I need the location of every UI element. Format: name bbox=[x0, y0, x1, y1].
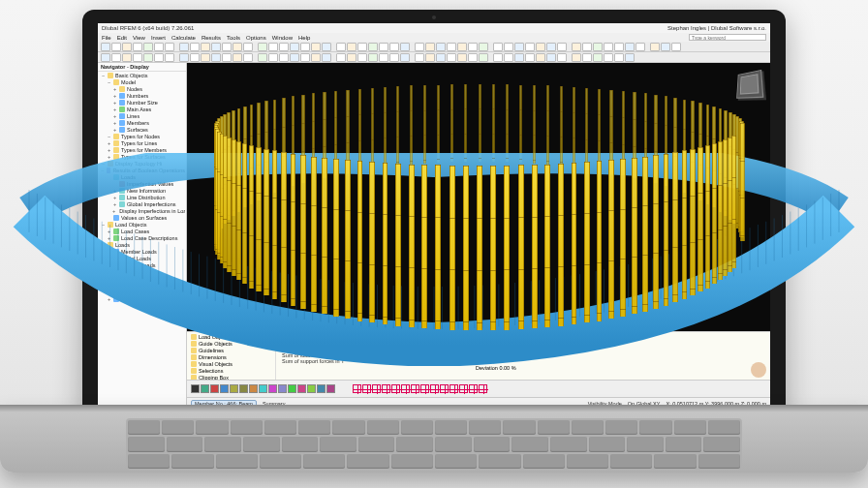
toolbar-button[interactable] bbox=[143, 43, 153, 51]
toolbar-button[interactable] bbox=[400, 43, 410, 51]
toolbar-button[interactable] bbox=[650, 43, 660, 51]
navigator-panel[interactable]: Navigator - Display −Basic Objects−Model… bbox=[98, 63, 187, 409]
toolbar-button[interactable] bbox=[604, 53, 613, 62]
toolbar-button[interactable] bbox=[425, 43, 435, 51]
toolbar-button[interactable] bbox=[290, 53, 299, 62]
edit-handle[interactable] bbox=[411, 384, 419, 393]
tree-item[interactable]: +Number Size bbox=[110, 99, 185, 106]
edit-handle[interactable] bbox=[430, 384, 439, 393]
edit-handle[interactable] bbox=[353, 384, 361, 393]
menu-results[interactable]: Results bbox=[202, 35, 221, 41]
toolbar-button[interactable] bbox=[614, 43, 624, 51]
toolbar-button[interactable] bbox=[101, 53, 110, 62]
toolbar-button[interactable] bbox=[258, 43, 267, 51]
toolbar-button[interactable] bbox=[389, 53, 399, 62]
toolbar-button[interactable] bbox=[582, 43, 592, 51]
tree-item[interactable]: +Free Loads bbox=[105, 268, 185, 275]
menu-bar[interactable]: FileEditViewInsertCalculateResultsToolsO… bbox=[98, 33, 770, 42]
toolbar-button[interactable] bbox=[111, 43, 121, 51]
toolbar-button[interactable] bbox=[557, 43, 567, 51]
tree-item[interactable]: +Nodal Loads bbox=[105, 255, 185, 261]
tree-item[interactable]: −Loads bbox=[99, 241, 185, 248]
toolbar-button[interactable] bbox=[546, 43, 556, 51]
tree-item[interactable]: −Load Objects bbox=[99, 221, 185, 228]
toolbar-button[interactable] bbox=[436, 53, 446, 62]
tree-item[interactable]: +Surface Loads bbox=[105, 261, 185, 268]
toolbar-button[interactable] bbox=[536, 43, 545, 51]
toolbar-button[interactable] bbox=[504, 43, 513, 51]
toolbar-button[interactable] bbox=[572, 53, 581, 62]
user-avatar[interactable] bbox=[751, 362, 766, 378]
navigator-tree[interactable]: −Basic Objects−Model+Nodes+Numbers+Numbe… bbox=[98, 72, 186, 302]
tree-item[interactable]: +Surfaces bbox=[110, 126, 185, 133]
tree-item[interactable]: +Lines bbox=[110, 112, 185, 119]
menu-calculate[interactable]: Calculate bbox=[171, 35, 196, 41]
tree-item[interactable]: +New Information bbox=[110, 187, 185, 194]
toolbar-button[interactable] bbox=[243, 53, 253, 62]
toolbar-button[interactable] bbox=[222, 53, 232, 62]
toolbar-button[interactable] bbox=[661, 43, 670, 51]
toolbar-button[interactable] bbox=[279, 43, 289, 51]
toolbar-button[interactable] bbox=[179, 43, 189, 51]
edit-handle[interactable] bbox=[372, 384, 381, 393]
menu-help[interactable]: Help bbox=[298, 35, 310, 41]
tree-item[interactable]: +Main Axes bbox=[110, 106, 185, 112]
menu-edit[interactable]: Edit bbox=[117, 35, 127, 41]
toolbar-button[interactable] bbox=[671, 43, 681, 51]
edit-handle[interactable] bbox=[440, 384, 449, 393]
color-swatch[interactable] bbox=[249, 384, 258, 393]
summary-tree-item[interactable]: Load Objects bbox=[189, 333, 273, 340]
toolbar-button[interactable] bbox=[179, 53, 189, 62]
toolbar-button[interactable] bbox=[457, 43, 467, 51]
toolbar-button[interactable] bbox=[122, 43, 132, 51]
toolbar-button[interactable] bbox=[290, 43, 299, 51]
bottom-toolbar[interactable] bbox=[187, 380, 770, 397]
color-swatch[interactable] bbox=[210, 384, 219, 393]
3d-viewport[interactable]: Load ObjectsGuide ObjectsGuidelinesDimen… bbox=[187, 63, 770, 409]
tree-item[interactable]: +Imposed Load bbox=[105, 282, 185, 289]
tree-item[interactable]: +Line Distribution bbox=[110, 194, 185, 200]
edit-handle[interactable] bbox=[459, 384, 468, 393]
toolbar-button[interactable] bbox=[101, 43, 110, 51]
tree-item[interactable]: +Member Set Loads bbox=[105, 289, 185, 295]
tree-item[interactable]: +Display Imperfections in Load Cases & C… bbox=[110, 207, 185, 214]
toolbar-button[interactable] bbox=[400, 53, 410, 62]
toolbar-button[interactable] bbox=[336, 53, 346, 62]
tree-item[interactable]: +Types for Lines bbox=[105, 139, 185, 146]
tree-item[interactable]: Values on Surfaces bbox=[105, 214, 185, 221]
tree-item[interactable]: +Surface Set Loads bbox=[105, 295, 185, 302]
tree-item[interactable]: +Load Cases bbox=[105, 228, 185, 234]
toolbar-button[interactable] bbox=[525, 53, 535, 62]
edit-handle[interactable] bbox=[391, 384, 400, 393]
toolbar-button[interactable] bbox=[133, 43, 142, 51]
tree-item[interactable]: −Display Topology Hi bbox=[99, 160, 185, 167]
toolbar-button[interactable] bbox=[614, 53, 624, 62]
tree-item[interactable]: +Members bbox=[110, 119, 185, 126]
summary-tree-item[interactable]: Guide Objects bbox=[189, 340, 273, 347]
tree-item[interactable]: Imperfection Values bbox=[110, 180, 185, 187]
toolbar-button[interactable] bbox=[468, 43, 478, 51]
edit-handle[interactable] bbox=[382, 384, 390, 393]
toolbar-button[interactable] bbox=[582, 53, 592, 62]
toolbar-button[interactable] bbox=[557, 53, 567, 62]
toolbar-button[interactable] bbox=[536, 53, 545, 62]
color-swatch[interactable] bbox=[317, 384, 326, 393]
color-swatch[interactable] bbox=[307, 384, 316, 393]
toolbar-button[interactable] bbox=[143, 53, 153, 62]
edit-handle[interactable] bbox=[420, 384, 429, 393]
edit-handle[interactable] bbox=[469, 384, 478, 393]
toolbar-button[interactable] bbox=[368, 53, 378, 62]
menu-view[interactable]: View bbox=[133, 35, 145, 41]
toolbar-button[interactable] bbox=[436, 43, 446, 51]
color-swatch[interactable] bbox=[239, 384, 248, 393]
toolbar-button[interactable] bbox=[546, 53, 556, 62]
toolbar-button[interactable] bbox=[211, 53, 221, 62]
toolbar-button[interactable] bbox=[190, 53, 200, 62]
toolbar-button[interactable] bbox=[347, 43, 356, 51]
tree-item[interactable]: −Model bbox=[105, 78, 185, 85]
toolbar-button[interactable] bbox=[165, 43, 174, 51]
edit-handle[interactable] bbox=[450, 384, 458, 393]
toolbar-button[interactable] bbox=[258, 53, 267, 62]
toolbar-button[interactable] bbox=[211, 43, 221, 51]
tree-item[interactable]: +Types for Members bbox=[105, 146, 185, 153]
